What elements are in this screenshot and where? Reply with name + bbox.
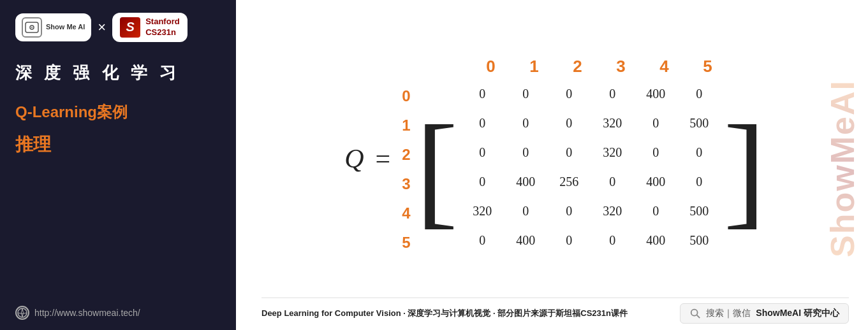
- matrix-cell: 0: [547, 108, 591, 138]
- matrix-cell: 0: [677, 138, 721, 167]
- matrix-cell: 320: [460, 196, 504, 226]
- row-header-0: 0: [402, 82, 410, 111]
- matrix-cell: 0: [504, 138, 547, 167]
- matrix-cell: 0: [460, 138, 504, 167]
- matrix-area: Q = 0 1 2 3 4 5 0 1 2: [261, 13, 849, 298]
- matrix-cell: 400: [634, 79, 677, 108]
- col-header-3: 3: [600, 57, 643, 76]
- matrix-cell: 0: [547, 138, 591, 167]
- matrix-body: 0 1 2 3 4 5 [ 00004000000320050000032000…: [402, 79, 766, 260]
- matrix-cell: 400: [504, 226, 547, 255]
- matrix-cell: 400: [634, 226, 677, 255]
- footer: Deep Learning for Computer Vision · 深度学习…: [261, 298, 849, 330]
- matrix-cell: 256: [547, 167, 591, 196]
- col-header-1: 1: [513, 57, 556, 76]
- matrix-bracket-container: [ 00004000000320050000032000040025604000…: [416, 79, 766, 260]
- matrix-row: 00004000: [460, 79, 721, 108]
- q-label: Q: [344, 143, 364, 174]
- search-icon: [689, 308, 701, 319]
- matrix-cell: 0: [677, 79, 721, 108]
- matrix-cell: 0: [460, 79, 504, 108]
- matrix-cell: 0: [591, 167, 634, 196]
- matrix-row: 0003200500: [460, 108, 721, 138]
- matrix-cell: 500: [677, 226, 721, 255]
- showmeai-text: Show Me Al: [46, 23, 85, 31]
- matrix-cell: 0: [634, 196, 677, 226]
- matrix-row: 00032000: [460, 138, 721, 167]
- matrix-cell: 0: [677, 167, 721, 196]
- matrix-cell: 0: [634, 138, 677, 167]
- matrix-cell: 0: [547, 196, 591, 226]
- logo-bar: Show Me Al × S Stanford CS231n: [15, 13, 221, 42]
- matrix-cell: 0: [591, 79, 634, 108]
- col-headers: 0 1 2 3 4 5: [439, 57, 730, 76]
- matrix-row: 040000400500: [460, 226, 721, 255]
- stanford-s-icon: S: [120, 17, 140, 38]
- svg-point-2: [31, 27, 33, 28]
- sidebar: Show Me Al × S Stanford CS231n 深 度 强 化 学…: [0, 0, 236, 330]
- bracket-left-icon: [: [416, 79, 459, 260]
- matrix-wrapper: 0 1 2 3 4 5 0 1 2 3 4 5: [402, 57, 766, 260]
- matrix-cell: 0: [460, 167, 504, 196]
- matrix-cell: 400: [634, 167, 677, 196]
- footer-search-prefix: 搜索｜微信: [706, 308, 751, 319]
- sidebar-title: 深 度 强 化 学 习: [15, 61, 221, 84]
- row-header-2: 2: [402, 140, 410, 169]
- sidebar-url: http://www.showmeai.tech/: [15, 296, 221, 320]
- col-header-2: 2: [556, 57, 600, 76]
- svg-line-6: [697, 315, 700, 319]
- row-header-1: 1: [402, 111, 410, 140]
- times-icon: ×: [98, 19, 106, 36]
- footer-plain-text: Deep Learning for Computer Vision ·: [261, 308, 408, 318]
- matrix-cell: 0: [634, 108, 677, 138]
- footer-caption: Deep Learning for Computer Vision · 深度学习…: [261, 308, 628, 319]
- matrix-cell: 320: [591, 138, 634, 167]
- matrix-row: 040025604000: [460, 167, 721, 196]
- row-header-5: 5: [402, 228, 410, 257]
- matrix-cell: 500: [677, 108, 721, 138]
- stanford-text: Stanford CS231n: [145, 17, 179, 38]
- url-icon: [15, 306, 29, 320]
- main-content: ShowMeAI Q = 0 1 2 3 4 5: [236, 0, 868, 330]
- col-header-0: 0: [469, 57, 513, 76]
- svg-point-4: [18, 308, 27, 317]
- url-text: http://www.showmeai.tech/: [34, 308, 140, 318]
- matrix-cell: 0: [460, 108, 504, 138]
- matrix-cell: 0: [504, 79, 547, 108]
- matrix-row: 320003200500: [460, 196, 721, 226]
- matrix-cell: 0: [504, 196, 547, 226]
- q-equation: Q = 0 1 2 3 4 5 0 1 2: [344, 57, 766, 260]
- matrix-cell: 0: [547, 79, 591, 108]
- matrix-cell: 0: [504, 108, 547, 138]
- matrix-cell: 0: [460, 226, 504, 255]
- matrix-grid: 0000400000032005000003200004002560400032…: [460, 79, 721, 260]
- matrix-cell: 0: [547, 226, 591, 255]
- row-header-3: 3: [402, 169, 410, 199]
- sidebar-subtitle: Q-Learning案例: [15, 102, 221, 122]
- stanford-logo-box: S Stanford CS231n: [112, 13, 187, 42]
- col-header-4: 4: [643, 57, 686, 76]
- matrix-cell: 400: [504, 167, 547, 196]
- matrix-cell: 320: [591, 108, 634, 138]
- footer-suffix-text: · 部分图片来源于斯坦福CS231n课件: [490, 308, 628, 318]
- footer-search-brand: ShowMeAI 研究中心: [756, 308, 839, 319]
- matrix-cell: 320: [591, 196, 634, 226]
- sidebar-section: 推理: [15, 133, 221, 157]
- footer-search-box[interactable]: 搜索｜微信 ShowMeAI 研究中心: [680, 303, 849, 324]
- svg-point-5: [691, 310, 698, 316]
- showmeai-logo-box: Show Me Al: [15, 13, 91, 41]
- row-headers: 0 1 2 3 4 5: [402, 79, 415, 260]
- matrix-cell: 0: [591, 226, 634, 255]
- footer-bold-text: 深度学习与计算机视觉: [408, 308, 490, 318]
- showmeai-icon: [22, 17, 42, 38]
- col-header-5: 5: [686, 57, 730, 76]
- matrix-cell: 500: [677, 196, 721, 226]
- row-header-4: 4: [402, 199, 410, 228]
- bracket-right-icon: ]: [723, 79, 766, 260]
- equals-sign: =: [376, 143, 391, 174]
